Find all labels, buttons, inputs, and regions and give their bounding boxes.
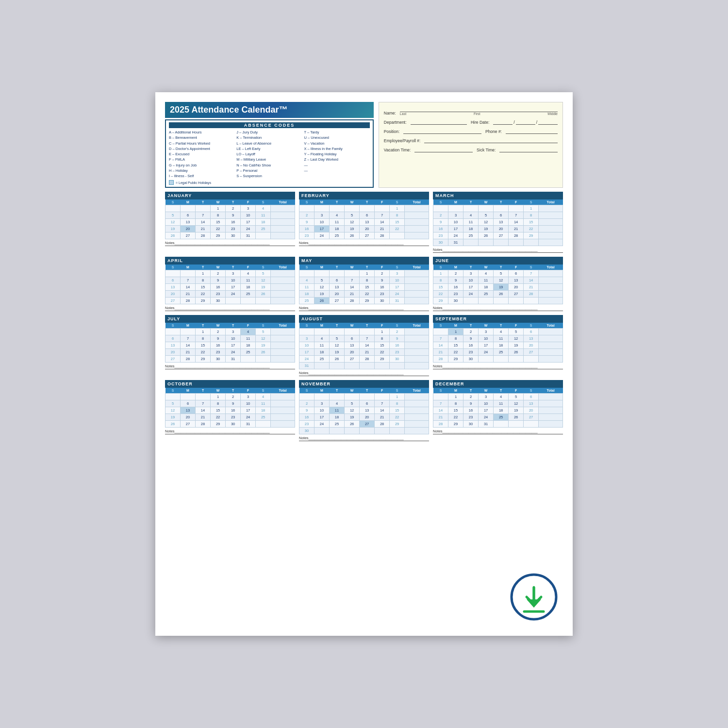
code-item: H – Holiday <box>169 168 234 173</box>
calendar-cell <box>271 205 295 212</box>
calendar-cell: 23 <box>375 291 390 298</box>
day-header: Total <box>539 323 563 329</box>
month-header-7: AUGUST <box>299 315 429 323</box>
dept-line[interactable] <box>411 119 467 125</box>
month-notes-2: Notes___________________________________… <box>433 248 563 253</box>
day-header: Total <box>405 265 429 270</box>
calendar-cell: 28 <box>433 421 448 428</box>
vac-line[interactable] <box>414 147 473 152</box>
calendar-cell: 26 <box>479 232 494 239</box>
calendar-cell: 22 <box>524 226 539 232</box>
calendar-cell: 2 <box>463 394 479 400</box>
calendar-cell: 4 <box>256 394 271 400</box>
calendar-cell: 9 <box>463 335 479 342</box>
calendar-cell: 27 <box>494 232 509 239</box>
calendar-cell: 9 <box>463 400 479 407</box>
month-table-3: SMTWTFSTotal1234567891011121314151617181… <box>165 265 295 304</box>
hire-month[interactable] <box>493 119 513 125</box>
day-header: Total <box>539 199 563 205</box>
calendar-cell: 12 <box>256 277 271 284</box>
name-line[interactable] <box>400 106 558 112</box>
calendar-cell <box>539 421 563 428</box>
calendar-cell: 27 <box>345 356 360 363</box>
calendar-cell: 6 <box>181 212 196 219</box>
calendar-cell: 6 <box>524 329 539 335</box>
sick-line[interactable] <box>499 147 558 152</box>
calendar-cell: 17 <box>390 284 405 291</box>
calendar-cell <box>299 205 314 212</box>
emp-line[interactable] <box>424 137 558 143</box>
calendar-cell: 19 <box>479 226 494 232</box>
day-header: S <box>524 323 539 329</box>
calendar-cell: 29 <box>360 298 375 304</box>
download-overlay[interactable] <box>510 573 558 621</box>
day-header: T <box>360 323 375 329</box>
calendar-cell <box>271 212 295 219</box>
calendar-cell: 8 <box>524 212 539 219</box>
calendar-cell <box>405 205 429 212</box>
calendar-cell: 14 <box>509 219 524 226</box>
day-header: S <box>524 265 539 270</box>
calendar-cell: 12 <box>165 219 181 226</box>
day-header: F <box>241 323 256 329</box>
calendar-cell: 22 <box>196 291 211 298</box>
calendar-cell <box>271 270 295 277</box>
calendar-cell: 28 <box>509 232 524 239</box>
calendar-cell <box>405 363 429 369</box>
calendar-cell <box>271 284 295 291</box>
calendar-cell <box>314 428 330 434</box>
calendar-cell <box>390 232 405 239</box>
calendar-cell: 22 <box>390 226 405 232</box>
calendar-cell: 5 <box>479 212 494 219</box>
calendar-cell <box>330 428 345 434</box>
day-header: S <box>299 388 314 394</box>
day-header: M <box>448 199 463 205</box>
calendar-cell: 11 <box>241 277 256 284</box>
day-header: T <box>360 199 375 205</box>
calendar-cell: 29 <box>524 232 539 239</box>
calendar-cell <box>271 356 295 363</box>
calendar-cell: 4 <box>494 394 509 400</box>
calendar-cell: 15 <box>390 407 405 414</box>
calendar-cell: 8 <box>433 277 448 284</box>
calendar-cell: 8 <box>211 212 226 219</box>
code-item: P – Personal <box>236 168 302 173</box>
calendar-cell: 21 <box>360 349 375 356</box>
calendar-cell: 16 <box>375 284 390 291</box>
hire-year[interactable] <box>538 119 558 125</box>
calendar-cell <box>405 219 429 226</box>
phone-line[interactable] <box>506 128 558 134</box>
day-header: T <box>330 265 345 270</box>
code-item: G – Injury on Job <box>169 163 234 168</box>
hire-day[interactable] <box>516 119 535 125</box>
calendar-cell <box>181 270 196 277</box>
calendar-cell: 12 <box>330 342 345 349</box>
month-notes-9: Notes___________________________________… <box>165 429 295 434</box>
calendar-cell: 5 <box>256 270 271 277</box>
calendar-cell: 14 <box>433 407 448 414</box>
calendar-title: 2025 Attendance Calendar™ <box>165 102 374 118</box>
calendar-cell: 8 <box>196 277 211 284</box>
calendar-cell: 16 <box>211 284 226 291</box>
calendar-cell <box>494 205 509 212</box>
day-header: T <box>494 265 509 270</box>
day-header: W <box>345 265 360 270</box>
calendar-cell: 19 <box>330 349 345 356</box>
calendar-cell: 5 <box>345 400 360 407</box>
calendar-cell: 12 <box>494 277 509 284</box>
calendar-cell: 21 <box>509 226 524 232</box>
code-item: D – Doctor's Appointment <box>169 146 234 151</box>
calendar-cell <box>271 414 295 421</box>
calendar-cell <box>524 239 539 246</box>
day-header: S <box>299 265 314 270</box>
calendar-cell: 21 <box>375 414 390 421</box>
day-header: W <box>479 388 494 394</box>
calendar-cell <box>330 329 345 335</box>
calendar-cell: 10 <box>448 219 463 226</box>
day-header: S <box>524 199 539 205</box>
download-icon <box>510 573 558 621</box>
calendar-cell: 26 <box>494 291 509 298</box>
position-line[interactable] <box>403 128 481 134</box>
calendar-cell: 7 <box>433 400 448 407</box>
calendar-cell: 18 <box>330 414 345 421</box>
